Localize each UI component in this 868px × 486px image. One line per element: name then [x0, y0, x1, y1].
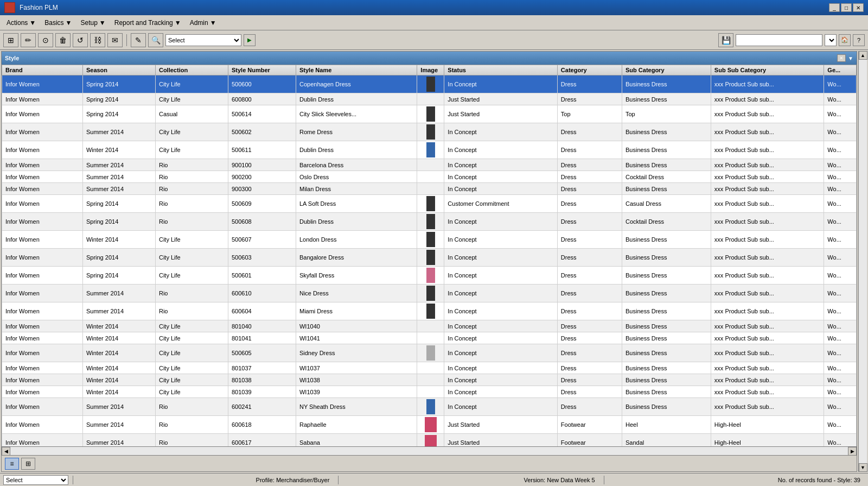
table-row[interactable]: Infor Women Winter 2014 City Life 801041… — [2, 332, 857, 344]
table-row[interactable]: Infor Women Summer 2014 Rio 600241 NY Sh… — [2, 398, 857, 416]
refresh-button[interactable]: ↺ — [73, 33, 88, 47]
search-button[interactable]: 🔍 — [148, 33, 163, 47]
cell-collection: City Life — [155, 362, 228, 374]
scroll-up-arrow[interactable]: ▲ — [859, 51, 867, 60]
table-row[interactable]: Infor Women Spring 2014 Casual 500614 Ci… — [2, 105, 857, 123]
search-select[interactable]: Select Style Number Brand Season — [165, 34, 241, 46]
cell-sub-category: Business Dress — [622, 93, 711, 105]
table-row[interactable]: Infor Women Winter 2014 City Life 500605… — [2, 344, 857, 362]
col-header-sub-sub-category[interactable]: Sub Sub Category — [711, 65, 824, 75]
scroll-track[interactable] — [10, 447, 848, 455]
cell-style-name: Dublin Dress — [296, 93, 417, 105]
col-header-style-name[interactable]: Style Name — [296, 65, 417, 75]
minimize-button[interactable]: _ — [829, 3, 840, 12]
cell-status: In Concept — [444, 374, 558, 386]
edit-button[interactable]: ✏ — [21, 33, 36, 47]
col-header-brand[interactable]: Brand — [2, 65, 83, 75]
cell-category: Dress — [557, 183, 622, 195]
cell-season: Spring 2014 — [82, 75, 155, 93]
menu-report[interactable]: Report and Tracking ▼ — [110, 17, 186, 28]
col-header-collection[interactable]: Collection — [155, 65, 228, 75]
table-row[interactable]: Infor Women Summer 2014 Rio 900100 Barce… — [2, 159, 857, 171]
cell-style-number: 600617 — [228, 434, 296, 447]
save-button[interactable]: 💾 — [718, 33, 733, 47]
maximize-button[interactable]: □ — [841, 3, 852, 12]
list-view-button[interactable]: ≡ — [5, 458, 19, 470]
link-button[interactable]: ⛓ — [90, 33, 105, 47]
table-row[interactable]: Infor Women Spring 2014 City Life 600800… — [2, 93, 857, 105]
table-row[interactable]: Infor Women Winter 2014 City Life 801037… — [2, 362, 857, 374]
table-row[interactable]: Infor Women Summer 2014 Rio 600610 Nice … — [2, 285, 857, 302]
expand-icon[interactable]: ▼ — [848, 55, 853, 61]
data-table-container[interactable]: Brand Season Collection Style Number Sty… — [2, 65, 857, 446]
table-row[interactable]: Infor Women Spring 2014 City Life 500600… — [2, 75, 857, 93]
home-button[interactable]: 🏠 — [839, 34, 851, 46]
table-row[interactable]: Infor Women Winter 2014 City Life 500607… — [2, 231, 857, 249]
col-header-season[interactable]: Season — [82, 65, 155, 75]
cell-style-name: WI1041 — [296, 332, 417, 344]
cell-style-number: 500600 — [228, 75, 296, 93]
cell-gender: Wo... — [824, 332, 857, 344]
cell-style-number: 500608 — [228, 213, 296, 231]
menu-setup[interactable]: Setup ▼ — [76, 17, 110, 28]
menu-basics-label: Basics — [44, 19, 63, 27]
table-row[interactable]: Infor Women Winter 2014 City Life 500611… — [2, 141, 857, 159]
row-image — [426, 77, 435, 92]
cell-category: Dress — [557, 285, 622, 302]
col-header-status[interactable]: Status — [444, 65, 558, 75]
scroll-down-arrow[interactable]: ▼ — [859, 463, 867, 472]
vertical-scrollbar[interactable]: ▲ ▼ — [858, 51, 867, 472]
cell-season: Summer 2014 — [82, 159, 155, 171]
cell-style-name: London Dress — [296, 231, 417, 249]
col-header-image[interactable]: Image — [417, 65, 444, 75]
cell-gender: Wo... — [824, 183, 857, 195]
grid-close-button[interactable]: ✕ — [837, 54, 846, 62]
col-header-style-number[interactable]: Style Number — [228, 65, 296, 75]
table-row[interactable]: Infor Women Summer 2014 Rio 600618 Rapha… — [2, 416, 857, 434]
table-row[interactable]: Infor Women Summer 2014 Rio 600617 Saban… — [2, 434, 857, 447]
menu-actions[interactable]: Actions ▼ — [2, 17, 40, 28]
table-row[interactable]: Infor Women Spring 2014 City Life 500601… — [2, 267, 857, 285]
status-select[interactable]: Select — [3, 475, 68, 485]
help-button[interactable]: ? — [853, 34, 865, 46]
table-row[interactable]: Infor Women Summer 2014 City Life 500602… — [2, 123, 857, 141]
table-row[interactable]: Infor Women Winter 2014 City Life 801040… — [2, 320, 857, 332]
table-row[interactable]: Infor Women Winter 2014 City Life 801038… — [2, 374, 857, 386]
v-scroll-track[interactable] — [859, 60, 867, 463]
col-header-gender[interactable]: Ge... — [824, 65, 857, 75]
menu-basics[interactable]: Basics ▼ — [40, 17, 76, 28]
menu-admin[interactable]: Admin ▼ — [186, 17, 221, 28]
scroll-left-arrow[interactable]: ◀ — [2, 447, 10, 456]
table-row[interactable]: Infor Women Summer 2014 Rio 600604 Miami… — [2, 302, 857, 320]
cell-status: In Concept — [444, 362, 558, 374]
cell-collection: City Life — [155, 374, 228, 386]
col-header-category[interactable]: Category — [557, 65, 622, 75]
cell-category: Dress — [557, 386, 622, 398]
cell-brand: Infor Women — [2, 434, 83, 447]
nav-select[interactable] — [825, 34, 837, 46]
pencil-button[interactable]: ✎ — [131, 33, 146, 47]
table-row[interactable]: Infor Women Winter 2014 City Life 801039… — [2, 386, 857, 398]
cell-sub-sub-category: xxx Product Sub sub... — [711, 75, 824, 93]
close-button[interactable]: ✕ — [853, 3, 864, 12]
nav-input[interactable] — [736, 34, 822, 46]
copy-button[interactable]: ⊙ — [38, 33, 53, 47]
mail-button[interactable]: ✉ — [107, 33, 123, 47]
table-row[interactable]: Infor Women Summer 2014 Rio 900300 Milan… — [2, 183, 857, 195]
table-row[interactable]: Infor Women Spring 2014 City Life 500603… — [2, 249, 857, 267]
toolbar-separator-1 — [126, 34, 127, 46]
grid-view-button[interactable]: ⊞ — [21, 458, 35, 470]
table-row[interactable]: Infor Women Summer 2014 Rio 900200 Oslo … — [2, 171, 857, 183]
horizontal-scrollbar[interactable]: ◀ ▶ — [2, 446, 857, 455]
cell-sub-category: Business Dress — [622, 386, 711, 398]
table-row[interactable]: Infor Women Spring 2014 Rio 500608 Dubli… — [2, 213, 857, 231]
new-button[interactable]: ⊞ — [3, 33, 18, 47]
delete-button[interactable]: 🗑 — [55, 33, 71, 47]
table-row[interactable]: Infor Women Spring 2014 Rio 500609 LA So… — [2, 195, 857, 213]
scroll-right-arrow[interactable]: ▶ — [848, 447, 857, 456]
col-header-sub-category[interactable]: Sub Category — [622, 65, 711, 75]
run-button[interactable] — [244, 34, 256, 46]
cell-sub-sub-category: xxx Product Sub sub... — [711, 183, 824, 195]
grid-view-icon: ⊞ — [25, 460, 31, 468]
cell-image — [417, 374, 444, 386]
